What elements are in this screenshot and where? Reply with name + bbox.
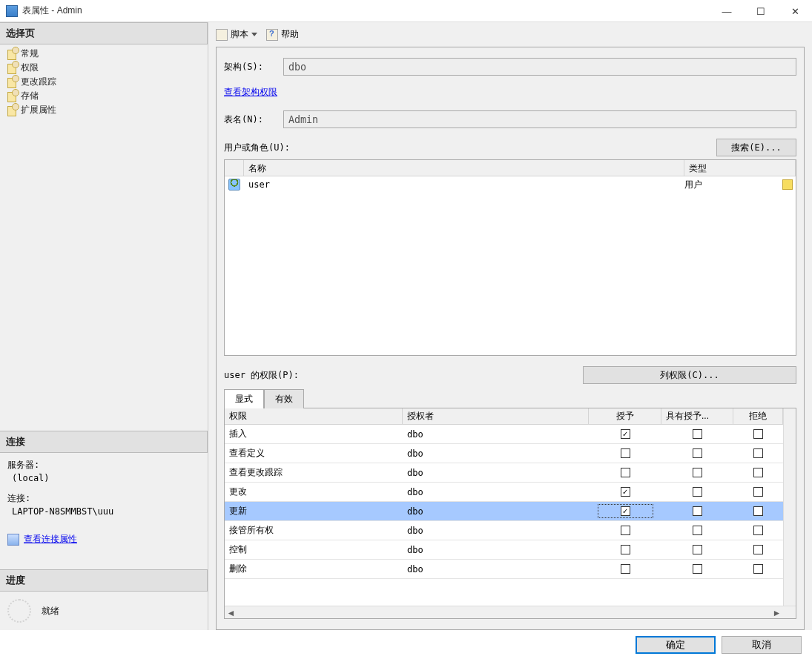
server-value: (local) xyxy=(7,473,200,491)
toolbar: 脚本 帮助 xyxy=(208,22,812,47)
col-grant-header[interactable]: 授予 xyxy=(589,408,661,424)
server-label: 服务器: xyxy=(7,457,200,473)
connection-label: 连接: xyxy=(7,491,200,506)
checkbox[interactable]: ✓ xyxy=(621,429,630,439)
table-row[interactable]: 查看更改跟踪dbo xyxy=(225,463,783,483)
connection-header: 连接 xyxy=(0,431,208,453)
checkbox[interactable] xyxy=(753,429,763,439)
table-row[interactable]: user用户 xyxy=(225,176,796,193)
sidebar-item[interactable]: 扩展属性 xyxy=(4,103,204,117)
edit-icon[interactable] xyxy=(782,179,793,190)
page-icon xyxy=(6,62,18,74)
tablename-input xyxy=(283,110,796,128)
search-button[interactable]: 搜索(E)... xyxy=(716,139,796,156)
col-type-header[interactable]: 类型 xyxy=(684,160,796,176)
sidebar: 选择页 常规权限更改跟踪存储扩展属性 连接 服务器: (local) 连接: L… xyxy=(0,22,208,630)
cancel-button[interactable]: 取消 xyxy=(722,636,802,654)
checkbox[interactable] xyxy=(753,564,763,574)
checkbox[interactable]: ✓ xyxy=(621,487,630,497)
checkbox[interactable] xyxy=(621,526,630,535)
col-grantor-header[interactable]: 授权者 xyxy=(403,408,589,424)
sidebar-item[interactable]: 更改跟踪 xyxy=(4,75,204,89)
sidebar-item-label: 扩展属性 xyxy=(21,104,56,116)
minimize-button[interactable]: — xyxy=(710,0,744,22)
col-permission-header[interactable]: 权限 xyxy=(225,408,403,424)
checkbox[interactable]: ✓ xyxy=(621,506,630,516)
sidebar-item[interactable]: 存储 xyxy=(4,89,204,103)
schema-label: 架构(S): xyxy=(224,61,283,73)
progress-status: 就绪 xyxy=(42,605,59,617)
sidebar-item[interactable]: 权限 xyxy=(4,61,204,75)
table-row[interactable]: 插入dbo✓ xyxy=(225,425,783,444)
progress-ring-icon xyxy=(7,599,31,623)
checkbox[interactable] xyxy=(621,545,630,554)
checkbox[interactable] xyxy=(693,564,702,574)
checkbox[interactable] xyxy=(753,468,763,477)
checkbox[interactable] xyxy=(693,448,702,458)
col-withgrant-header[interactable]: 具有授予... xyxy=(661,408,733,424)
sidebar-item-label: 更改跟踪 xyxy=(21,76,56,88)
script-button[interactable]: 脚本 xyxy=(216,28,257,41)
checkbox[interactable] xyxy=(693,468,702,477)
page-icon xyxy=(6,76,18,88)
checkbox[interactable] xyxy=(693,545,702,554)
vertical-scrollbar[interactable] xyxy=(783,408,796,606)
chevron-down-icon xyxy=(251,33,257,36)
schema-input xyxy=(283,58,796,76)
checkbox[interactable] xyxy=(693,526,702,535)
sidebar-item-label: 权限 xyxy=(21,62,39,74)
users-label: 用户或角色(U): xyxy=(224,142,716,154)
sidebar-item[interactable]: 常规 xyxy=(4,47,204,61)
checkbox[interactable] xyxy=(621,468,630,477)
checkbox[interactable] xyxy=(753,487,763,497)
checkbox[interactable] xyxy=(693,429,702,439)
table-row[interactable]: 查看定义dbo xyxy=(225,444,783,463)
permissions-grid[interactable]: 权限 授权者 授予 具有授予... 拒绝 插入dbo✓查看定义dbo查看更改跟踪… xyxy=(224,408,796,619)
scroll-left-icon[interactable]: ◄ xyxy=(225,606,237,619)
sidebar-item-label: 存储 xyxy=(21,90,39,102)
content-pane: 脚本 帮助 架构(S): 查看架构权限 表名(N): 用户或角色(U): xyxy=(208,22,812,630)
table-row[interactable]: 更新dbo✓ xyxy=(225,502,783,521)
app-icon xyxy=(6,5,18,17)
table-row[interactable]: 接管所有权dbo xyxy=(225,521,783,540)
checkbox[interactable] xyxy=(693,506,702,516)
page-icon xyxy=(6,105,18,116)
checkbox[interactable] xyxy=(753,526,763,535)
titlebar: 表属性 - Admin — ☐ ✕ xyxy=(0,0,812,22)
tab-explicit[interactable]: 显式 xyxy=(224,389,264,408)
checkbox[interactable] xyxy=(753,545,763,554)
sidebar-item-label: 常规 xyxy=(21,47,39,60)
table-row[interactable]: 删除dbo xyxy=(225,560,783,579)
select-page-header: 选择页 xyxy=(0,22,208,44)
col-deny-header[interactable]: 拒绝 xyxy=(733,408,783,424)
tab-effective[interactable]: 有效 xyxy=(264,389,304,408)
checkbox[interactable] xyxy=(621,448,630,458)
users-grid[interactable]: 名称 类型 user用户 xyxy=(224,159,796,356)
user-icon xyxy=(228,179,240,191)
checkbox[interactable] xyxy=(621,564,630,574)
tablename-label: 表名(N): xyxy=(224,113,283,126)
checkbox[interactable] xyxy=(753,448,763,458)
connection-value: LAPTOP-N8SMMBST\uuu xyxy=(7,506,200,524)
close-button[interactable]: ✕ xyxy=(778,0,812,22)
scroll-right-icon[interactable]: ► xyxy=(770,606,783,619)
view-connection-props-link[interactable]: 查看连接属性 xyxy=(24,533,77,546)
help-icon xyxy=(266,29,278,41)
checkbox[interactable] xyxy=(753,506,763,516)
checkbox[interactable] xyxy=(693,487,702,497)
col-name-header[interactable]: 名称 xyxy=(244,160,684,176)
progress-header: 进度 xyxy=(0,569,208,592)
horizontal-scrollbar[interactable]: ◄ ► xyxy=(225,606,796,618)
help-button[interactable]: 帮助 xyxy=(266,28,299,41)
ok-button[interactable]: 确定 xyxy=(636,636,716,654)
page-icon xyxy=(6,90,18,102)
column-perms-button[interactable]: 列权限(C)... xyxy=(583,366,796,384)
view-schema-perms-link[interactable]: 查看架构权限 xyxy=(224,87,277,97)
dialog-buttons: 确定 取消 xyxy=(0,630,812,658)
maximize-button[interactable]: ☐ xyxy=(744,0,778,22)
table-row[interactable]: 更改dbo✓ xyxy=(225,483,783,502)
table-row[interactable]: 控制dbo xyxy=(225,540,783,560)
perms-label: user 的权限(P): xyxy=(224,369,583,382)
script-icon xyxy=(216,29,228,41)
page-icon xyxy=(6,48,18,60)
